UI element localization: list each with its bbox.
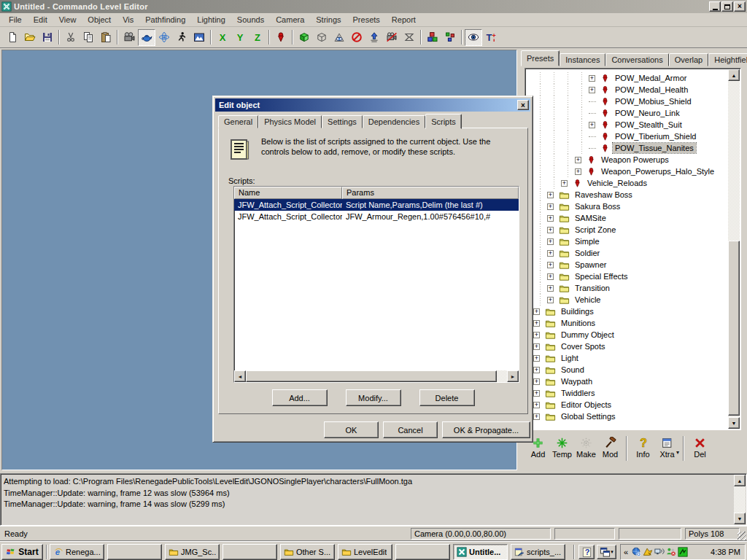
tree-expand-icon[interactable]: + bbox=[547, 285, 557, 292]
log-scrollbar[interactable]: ▲ ▼ bbox=[734, 475, 746, 524]
scroll-up-icon[interactable]: ▲ bbox=[728, 69, 740, 81]
tree-item-pow-tissue-nanites[interactable]: POW_Tissue_Nanites bbox=[526, 142, 727, 154]
camera-locked-icon[interactable] bbox=[383, 29, 400, 46]
axis-z-icon[interactable]: Z bbox=[249, 29, 266, 46]
tree-expand-icon[interactable]: + bbox=[533, 390, 543, 397]
tree-expand-icon[interactable]: + bbox=[547, 262, 557, 268]
temp-button[interactable]: Temp bbox=[550, 435, 574, 459]
tree-item-sakura-boss[interactable]: +Sakura Boss bbox=[526, 201, 727, 212]
tab-presets[interactable]: Presets bbox=[521, 50, 560, 66]
output-log[interactable]: Attempting to load: C:\Program Files\Ren… bbox=[0, 473, 747, 526]
text-labels-icon[interactable]: T+ bbox=[482, 29, 500, 46]
modify-button[interactable]: Modify... bbox=[346, 389, 401, 406]
taskbar-button-leveledit[interactable]: LevelEdit bbox=[338, 544, 392, 560]
ok-button[interactable]: OK bbox=[324, 421, 379, 438]
visibility-icon[interactable] bbox=[465, 29, 482, 46]
del-button[interactable]: Del bbox=[688, 435, 712, 459]
add-button[interactable]: Add... bbox=[272, 389, 328, 406]
paste-icon[interactable] bbox=[97, 29, 115, 46]
tree-item-pow-mobius-shield[interactable]: POW_Mobius_Shield bbox=[526, 96, 727, 107]
new-file-icon[interactable] bbox=[4, 29, 21, 46]
tree-expand-icon[interactable]: + bbox=[533, 355, 543, 362]
tree-expand-icon[interactable]: + bbox=[547, 238, 557, 245]
menu-presets[interactable]: Presets bbox=[347, 14, 386, 26]
tree-item-cover-spots[interactable]: +Cover Spots bbox=[526, 341, 727, 352]
tray-chevron[interactable]: « bbox=[624, 548, 628, 556]
tree-item-pow-medal-health[interactable]: +POW_Medal_Health bbox=[526, 84, 727, 96]
tree-item-dummy-object[interactable]: +Dummy Object bbox=[526, 329, 727, 341]
tree-expand-icon[interactable]: + bbox=[533, 343, 543, 350]
tree-expand-icon[interactable]: + bbox=[589, 87, 599, 93]
tree-item-raveshaw-boss[interactable]: +Raveshaw Boss bbox=[526, 189, 727, 201]
camera-mode-icon[interactable] bbox=[120, 29, 138, 46]
dialog-tab-physics-model[interactable]: Physics Model bbox=[258, 115, 322, 128]
tree-expand-icon[interactable]: + bbox=[547, 215, 557, 222]
tree-item-simple[interactable]: +Simple bbox=[526, 236, 727, 247]
taskbar-button-renega[interactable]: eRenega... bbox=[50, 544, 104, 560]
info-button[interactable]: ?Info bbox=[631, 435, 655, 459]
menu-lighting[interactable]: Lighting bbox=[191, 14, 231, 26]
monitor-signal-icon[interactable] bbox=[654, 547, 665, 557]
tree-item-samsite[interactable]: +SAMSite bbox=[526, 212, 727, 224]
tree-expand-icon[interactable]: + bbox=[575, 157, 585, 163]
tree-expand-icon[interactable]: + bbox=[533, 308, 543, 315]
tree-expand-icon[interactable]: + bbox=[547, 227, 557, 233]
tree-item-transition[interactable]: +Transition bbox=[526, 282, 727, 294]
tree-expand-icon[interactable]: + bbox=[533, 378, 543, 385]
taskbar-button-empty[interactable] bbox=[222, 544, 277, 560]
wireless-warning-icon[interactable] bbox=[643, 547, 653, 557]
axis-y-icon[interactable]: Y bbox=[231, 29, 249, 46]
copy-icon[interactable] bbox=[80, 29, 97, 46]
tree-item-weapon-powerups[interactable]: +Weapon Powerups bbox=[526, 154, 727, 166]
tree-expand-icon[interactable]: + bbox=[533, 332, 543, 338]
resize-grip[interactable] bbox=[738, 532, 746, 540]
ok-propagate-button[interactable]: OK & Propagate... bbox=[442, 421, 530, 438]
dialog-close-icon[interactable]: × bbox=[517, 100, 529, 110]
menu-file[interactable]: File bbox=[3, 14, 28, 26]
script-row[interactable]: JFW_Attach_Script_CollectorScript Name,P… bbox=[234, 199, 519, 211]
dialog-tab-settings[interactable]: Settings bbox=[322, 115, 363, 128]
dialog-tab-dependencies[interactable]: Dependencies bbox=[363, 115, 425, 128]
menu-vis[interactable]: Vis bbox=[117, 14, 139, 26]
solid-view-icon[interactable] bbox=[295, 29, 313, 46]
close-button[interactable]: × bbox=[734, 1, 746, 12]
tree-expand-icon[interactable]: + bbox=[533, 413, 543, 420]
messenger-offline-icon[interactable] bbox=[666, 547, 676, 557]
tree-scrollbar[interactable]: ▲ ▼ bbox=[728, 69, 740, 429]
tab-conversations[interactable]: Conversations bbox=[605, 53, 668, 66]
taskbar-button-other-s[interactable]: Other S... bbox=[280, 544, 335, 560]
dialog-tab-general[interactable]: General bbox=[218, 115, 258, 128]
tree-expand-icon[interactable]: + bbox=[547, 297, 557, 303]
scrollbar-thumb[interactable] bbox=[728, 241, 740, 416]
menu-edit[interactable]: Edit bbox=[28, 14, 53, 26]
tree-item-pow-stealth-suit[interactable]: +POW_Stealth_Suit bbox=[526, 119, 727, 131]
start-button[interactable]: Start bbox=[1, 544, 43, 560]
tab-heightfield[interactable]: Heightfield bbox=[708, 53, 747, 66]
tree-item-vehicle[interactable]: +Vehicle bbox=[526, 294, 727, 306]
minimize-button[interactable] bbox=[709, 1, 721, 12]
tree-item-spawner[interactable]: +Spawner bbox=[526, 259, 727, 271]
column-header-params[interactable]: Params bbox=[342, 187, 519, 199]
scroll-left-icon[interactable]: ◄ bbox=[234, 370, 246, 382]
menu-object[interactable]: Object bbox=[82, 14, 117, 26]
menu-view[interactable]: View bbox=[53, 14, 82, 26]
tree-item-pow-tiberium-shield[interactable]: POW_Tiberium_Shield bbox=[526, 131, 727, 142]
scroll-down-icon[interactable]: ▼ bbox=[734, 513, 746, 524]
tree-item-pow-neuro-link[interactable]: POW_Neuro_Link bbox=[526, 107, 727, 119]
axis-x-icon[interactable]: X bbox=[214, 29, 231, 46]
terrain-mode-icon[interactable] bbox=[190, 29, 208, 46]
scrollbar-thumb[interactable] bbox=[246, 370, 497, 382]
taskbar-button-scripts[interactable]: scripts_... bbox=[511, 544, 565, 560]
ungroup-objects-icon[interactable] bbox=[441, 29, 459, 46]
tree-item-light[interactable]: +Light bbox=[526, 352, 727, 364]
tree-expand-icon[interactable]: + bbox=[533, 367, 543, 373]
tree-expand-icon[interactable]: + bbox=[547, 192, 557, 198]
walk-mode-icon[interactable] bbox=[173, 29, 190, 46]
show-selected-icon[interactable] bbox=[330, 29, 348, 46]
taskbar-button-untitle[interactable]: Untitle... bbox=[453, 544, 508, 560]
taskbar-button-jmg-sc[interactable]: JMG_Sc... bbox=[165, 544, 220, 560]
cancel-button[interactable]: Cancel bbox=[383, 421, 438, 438]
tree-item-soldier[interactable]: +Soldier bbox=[526, 247, 727, 259]
script-row[interactable]: JFW_Attach_Script_CollectorJFW_Armour_Re… bbox=[234, 211, 519, 222]
tree-item-waypath[interactable]: +Waypath bbox=[526, 376, 727, 387]
